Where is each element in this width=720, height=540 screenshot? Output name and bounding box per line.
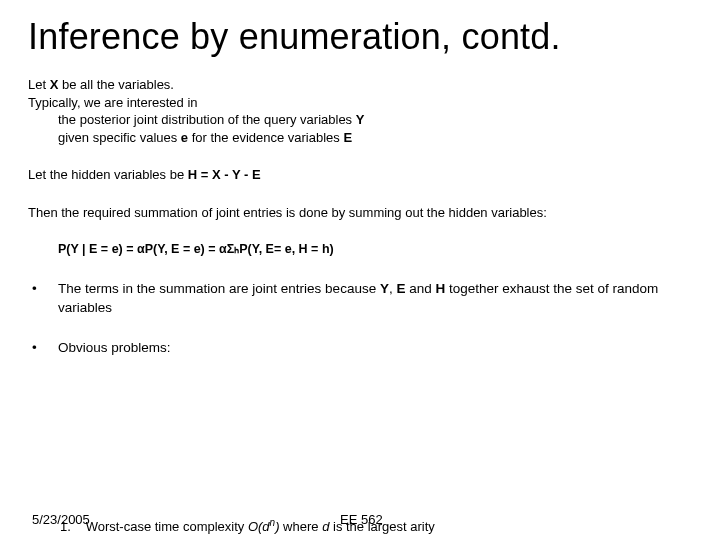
text: The terms in the summation are joint ent… — [58, 281, 380, 296]
text: the posterior joint distribution of the … — [58, 112, 356, 127]
equation: P(Y | E = e) = αP(Y, E = e) = αΣₕP(Y, E=… — [28, 241, 692, 256]
indent-line: given specific values e for the evidence… — [28, 130, 352, 145]
slide: Inference by enumeration, contd. Let X b… — [0, 0, 720, 357]
indent-line: the posterior joint distribution of the … — [28, 112, 364, 127]
list-item: The terms in the summation are joint ent… — [28, 280, 692, 316]
hidden-block: Let the hidden variables be H = X - Y - … — [28, 166, 692, 184]
text: Let — [28, 77, 50, 92]
text: Obvious problems: — [58, 340, 171, 355]
intro-block: Let X be all the variables. Typically, w… — [28, 76, 692, 146]
item-number: 1. — [60, 519, 82, 534]
big-o: O(dn) — [248, 519, 280, 534]
text: for the evidence variables — [188, 130, 343, 145]
bullet-list: The terms in the summation are joint ent… — [28, 280, 692, 357]
text: Typically, we are interested in — [28, 95, 198, 110]
text: be all the variables. — [58, 77, 174, 92]
var-y: Y — [380, 281, 389, 296]
text: O(d — [248, 519, 270, 534]
text: is the largest arity — [329, 519, 435, 534]
var-e-lower: e — [181, 130, 188, 145]
text: Let the hidden variables be — [28, 167, 188, 182]
text: where — [280, 519, 323, 534]
var-y: Y — [356, 112, 365, 127]
var-h: H — [435, 281, 445, 296]
sum-block: Then the required summation of joint ent… — [28, 204, 692, 222]
var-e-upper: E — [343, 130, 352, 145]
numbered-item: 1. Worst-case time complexity O(dn) wher… — [60, 517, 435, 534]
hidden-eq: H = X - Y - E — [188, 167, 261, 182]
slide-title: Inference by enumeration, contd. — [28, 16, 692, 58]
text: and — [405, 281, 435, 296]
text: given specific values — [58, 130, 181, 145]
text: Worst-case time complexity — [86, 519, 248, 534]
list-item: Obvious problems: — [28, 339, 692, 357]
